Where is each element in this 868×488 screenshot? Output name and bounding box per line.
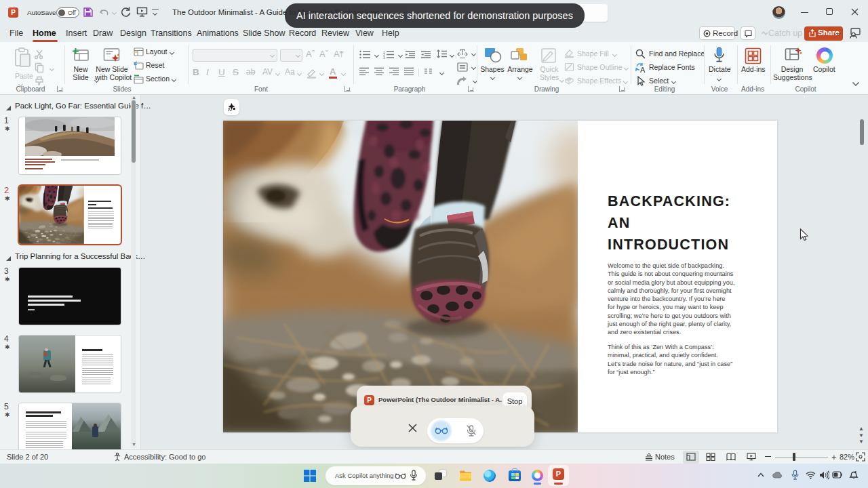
svg-text:3: 3: [383, 56, 385, 59]
svg-text:A: A: [640, 66, 646, 73]
svg-text:z: z: [854, 470, 856, 474]
